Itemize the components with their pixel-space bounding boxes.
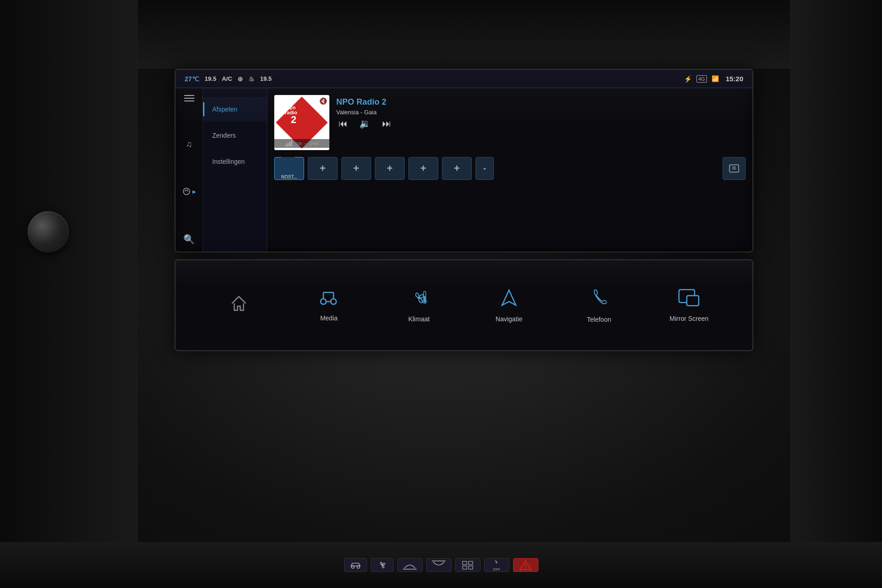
- media-label: Media: [320, 314, 338, 322]
- preset-1-label: NOST...: [281, 157, 297, 180]
- sidebar-label-instellingen: Instellingen: [212, 158, 245, 165]
- preset-remove[interactable]: -: [475, 157, 494, 180]
- svg-rect-17: [687, 296, 699, 306]
- phys-btn-windshield[interactable]: [397, 558, 423, 572]
- status-left: 27℃ 19.5 A/C ⊕ ♨ 19.5: [185, 75, 272, 83]
- shortcut-bar: Media: [175, 281, 752, 330]
- mute-icon: 🔇: [319, 97, 327, 105]
- volume-button[interactable]: 🔉: [359, 118, 371, 129]
- phys-btn-car[interactable]: [344, 558, 367, 572]
- outside-temp: 27℃: [185, 75, 199, 83]
- antenna-icon[interactable]: ▶: [182, 187, 196, 196]
- shortcut-home[interactable]: [194, 287, 284, 324]
- preset-1-nost[interactable]: NOST...: [274, 157, 304, 180]
- off-label: OFF: [493, 567, 500, 571]
- station-info: NPO Radio 2 Valensia - Gaia: [336, 95, 746, 116]
- dab-label: DAB: [310, 141, 319, 146]
- hazard-icon: [519, 560, 532, 571]
- search-button[interactable]: 🔍: [183, 234, 195, 245]
- status-bar: 27℃ 19.5 A/C ⊕ ♨ 19.5 ⚡ 4G 📶 15:20: [175, 70, 752, 88]
- edit-icon: [729, 164, 740, 173]
- main-content-area: ♫ ▶ 🔍 Afspelen Zenders: [175, 88, 752, 252]
- fan-icon: ⊕: [237, 75, 243, 83]
- fm-label: FM: [296, 141, 302, 146]
- preset-edit-button[interactable]: [723, 157, 746, 180]
- svg-rect-21: [463, 561, 467, 565]
- svg-point-27: [525, 568, 526, 569]
- sidebar-item-instellingen[interactable]: Instellingen: [203, 150, 267, 174]
- shortcut-media[interactable]: Media: [284, 282, 374, 329]
- current-time: 15:20: [726, 75, 743, 83]
- klimaat-label: Klimaat: [408, 315, 430, 323]
- preset-2-plus: +: [320, 162, 326, 174]
- svg-rect-23: [463, 566, 467, 569]
- preset-1-thumbnail: [281, 157, 295, 170]
- preset-3-plus: +: [353, 162, 359, 174]
- album-art: npo radio 2 🔇 FM: [274, 95, 329, 150]
- antenna-arrow: ▶: [192, 189, 196, 194]
- signal-bar-2: [287, 143, 288, 146]
- sidebar-label-afspelen: Afspelen: [212, 106, 237, 113]
- now-playing-row: npo radio 2 🔇 FM: [274, 95, 746, 150]
- fan-small-icon: [376, 559, 388, 571]
- bezel-right: [790, 0, 882, 588]
- shortcut-mirror-screen[interactable]: Mirror Screen: [644, 281, 734, 329]
- climate-person-icon: ♨: [249, 75, 254, 83]
- phys-btn-grid1[interactable]: [455, 558, 481, 572]
- shortcut-klimaat[interactable]: Klimaat: [374, 281, 464, 330]
- sidebar-item-afspelen[interactable]: Afspelen: [203, 97, 267, 121]
- mirror-screen-icon: [678, 288, 701, 309]
- preset-5-add[interactable]: +: [408, 157, 438, 180]
- physical-buttons-row: OFF: [92, 551, 790, 579]
- svg-rect-22: [469, 561, 473, 565]
- left-controls: ♫ ▶ 🔍: [175, 88, 203, 252]
- bezel-left: [0, 0, 138, 588]
- preset-3-add[interactable]: +: [341, 157, 371, 180]
- hamburger-line-2: [184, 98, 194, 99]
- preset-5-plus: +: [420, 162, 426, 174]
- windshield-icon: [402, 560, 417, 570]
- shortcut-telefoon[interactable]: Telefoon: [554, 281, 644, 330]
- preset-4-plus: +: [387, 162, 393, 174]
- home-icon: [230, 294, 248, 317]
- signal-bars: [285, 140, 292, 146]
- presets-row: NOST... + + + + +: [274, 157, 746, 180]
- car-icon: [349, 560, 362, 570]
- preset-4-add[interactable]: +: [375, 157, 405, 180]
- phys-btn-hazard[interactable]: [513, 558, 538, 572]
- format-arrow: ⇒: [304, 141, 308, 146]
- svg-point-15: [424, 301, 426, 303]
- signal-bar-4: [291, 140, 292, 146]
- music-note-icon[interactable]: ♫: [186, 140, 192, 149]
- signal-bar-1: [285, 145, 287, 146]
- ac-temp: 19.5: [205, 75, 216, 82]
- fm-dab-bar: FM ⇒ DAB: [274, 139, 329, 148]
- dashboard: 27℃ 19.5 A/C ⊕ ♨ 19.5 ⚡ 4G 📶 15:20: [138, 69, 790, 542]
- sidebar: Afspelen Zenders Instellingen: [203, 88, 267, 252]
- phys-btn-fan[interactable]: [371, 558, 394, 572]
- svg-point-5: [321, 299, 326, 304]
- phys-btn-rear[interactable]: [426, 558, 452, 572]
- fan-off-icon: [492, 559, 502, 566]
- sidebar-label-zenders: Zenders: [212, 132, 236, 139]
- preset-remove-label: -: [483, 164, 486, 174]
- fan-temp: 19.5: [260, 75, 271, 82]
- mirror-screen-label: Mirror Screen: [670, 315, 709, 322]
- ac-label: A/C: [222, 75, 232, 82]
- grid-icon: [462, 560, 474, 570]
- bottom-screen: Media: [175, 259, 753, 351]
- svg-point-0: [183, 188, 190, 195]
- preset-2-add[interactable]: +: [308, 157, 338, 180]
- telefoon-label: Telefoon: [587, 316, 611, 323]
- status-right: ⚡ 4G 📶 15:20: [684, 75, 743, 83]
- signal-icon: 📶: [712, 75, 719, 82]
- phys-btn-fan-off[interactable]: OFF: [484, 558, 509, 572]
- navigatie-icon: [500, 288, 518, 310]
- hamburger-menu[interactable]: [184, 95, 194, 101]
- bluetooth-icon: ⚡: [684, 75, 692, 83]
- prev-button[interactable]: ⏮: [339, 118, 348, 129]
- next-button[interactable]: ⏭: [382, 118, 391, 129]
- shortcut-navigatie[interactable]: Navigatie: [464, 281, 554, 330]
- sidebar-item-zenders[interactable]: Zenders: [203, 123, 267, 147]
- preset-6-add[interactable]: +: [442, 157, 472, 180]
